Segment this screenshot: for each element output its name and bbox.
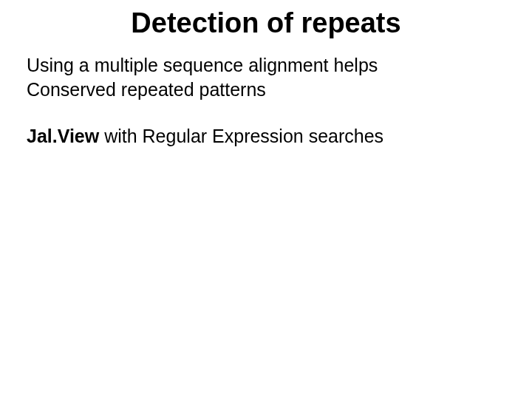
slide-body: Using a multiple sequence alignment help… bbox=[27, 53, 505, 149]
paragraph-1-line-1: Using a multiple sequence alignment help… bbox=[27, 55, 378, 75]
tool-name: Jal.View bbox=[27, 126, 99, 146]
paragraph-2-rest: with Regular Expression searches bbox=[99, 126, 383, 146]
paragraph-1: Using a multiple sequence alignment help… bbox=[27, 53, 505, 102]
paragraph-2: Jal.View with Regular Expression searche… bbox=[27, 124, 505, 149]
slide: Detection of repeats Using a multiple se… bbox=[0, 0, 532, 399]
slide-title: Detection of repeats bbox=[27, 7, 505, 40]
paragraph-1-line-2: Conserved repeated patterns bbox=[27, 79, 266, 100]
